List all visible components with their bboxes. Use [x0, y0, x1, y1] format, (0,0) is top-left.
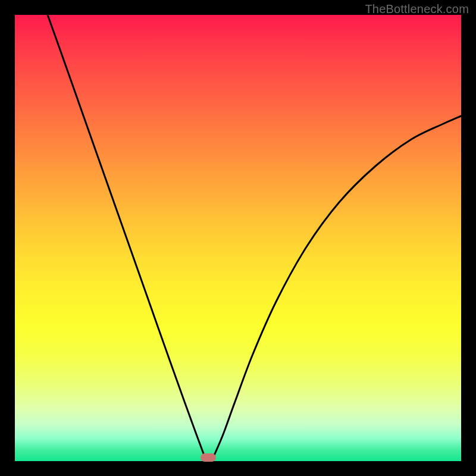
- curve-left-branch: [48, 15, 204, 455]
- watermark-text: TheBottleneck.com: [365, 2, 469, 16]
- bottleneck-curve: [15, 15, 461, 461]
- curve-right-branch: [214, 116, 461, 455]
- optimal-point-marker: [201, 453, 216, 462]
- chart-frame: TheBottleneck.com: [0, 0, 476, 476]
- gradient-plot-area: [15, 15, 461, 461]
